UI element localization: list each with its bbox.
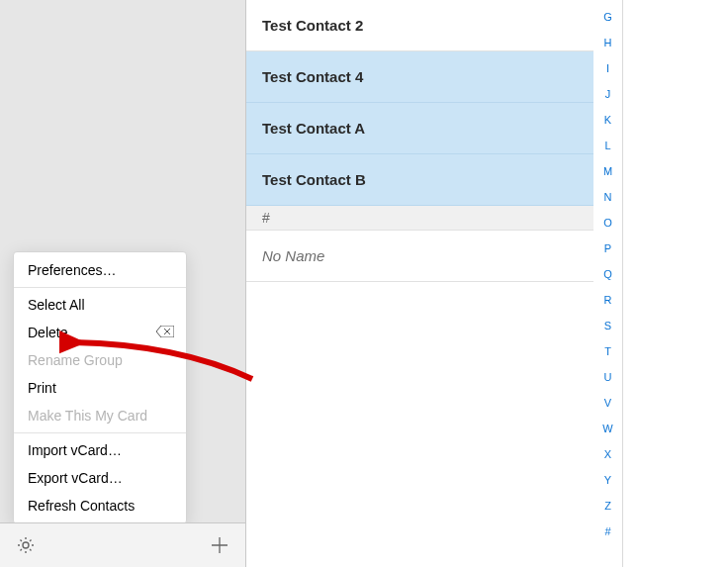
alpha-letter[interactable]: Z xyxy=(604,493,611,519)
alpha-letter[interactable]: # xyxy=(604,519,610,544)
alpha-letter[interactable]: N xyxy=(604,184,612,210)
alpha-letter[interactable]: H xyxy=(604,30,612,55)
menu-rename-group: Rename Group xyxy=(14,346,186,374)
plus-icon[interactable] xyxy=(208,533,231,557)
menu-preferences[interactable]: Preferences… xyxy=(14,256,186,284)
details-panel xyxy=(623,0,728,567)
contact-list-column: Test Contact 2 Test Contact 4 Test Conta… xyxy=(246,0,623,567)
gear-context-menu: Preferences… Select All Delete Rename Gr… xyxy=(13,251,187,524)
alpha-letter[interactable]: P xyxy=(604,236,611,261)
alpha-letter[interactable]: R xyxy=(604,287,612,313)
contact-row[interactable]: Test Contact A xyxy=(246,103,593,154)
menu-delete[interactable]: Delete xyxy=(14,319,186,346)
alpha-letter[interactable]: J xyxy=(605,81,611,107)
menu-export-vcard[interactable]: Export vCard… xyxy=(14,464,186,492)
menu-delete-label: Delete xyxy=(28,325,67,340)
menu-import-vcard[interactable]: Import vCard… xyxy=(14,436,186,464)
alpha-letter[interactable]: U xyxy=(604,364,612,390)
alpha-letter[interactable]: T xyxy=(604,338,611,364)
alpha-letter[interactable]: Q xyxy=(603,261,612,287)
section-header-hash: # xyxy=(246,206,593,231)
menu-refresh-contacts[interactable]: Refresh Contacts xyxy=(14,492,186,520)
gear-icon[interactable] xyxy=(14,533,38,557)
alpha-letter[interactable]: M xyxy=(603,158,612,184)
alpha-letter[interactable]: O xyxy=(603,210,612,236)
contact-row[interactable]: Test Contact B xyxy=(246,154,593,206)
contact-row-no-name[interactable]: No Name xyxy=(246,231,593,282)
menu-make-my-card: Make This My Card xyxy=(14,402,186,429)
sidebar-toolbar xyxy=(0,522,245,567)
backspace-icon xyxy=(156,325,174,340)
alpha-letter[interactable]: X xyxy=(604,441,611,467)
app-root: Preferences… Select All Delete Rename Gr… xyxy=(0,0,728,567)
alpha-letter[interactable]: I xyxy=(606,55,609,81)
contact-row[interactable]: Test Contact 2 xyxy=(246,0,593,51)
alpha-letter[interactable]: W xyxy=(602,416,612,441)
menu-separator xyxy=(14,287,186,288)
alpha-letter[interactable]: K xyxy=(604,107,611,133)
alpha-letter[interactable]: S xyxy=(604,313,611,338)
alpha-letter[interactable]: G xyxy=(603,4,612,30)
alpha-letter[interactable]: Y xyxy=(604,467,611,493)
sidebar: Preferences… Select All Delete Rename Gr… xyxy=(0,0,246,567)
alpha-index: G H I J K L M N O P Q R S T U V W X Y Z … xyxy=(593,0,622,544)
alpha-letter[interactable]: L xyxy=(604,133,610,158)
alpha-letter[interactable]: V xyxy=(604,390,611,416)
menu-print[interactable]: Print xyxy=(14,374,186,402)
contact-rows: Test Contact 2 Test Contact 4 Test Conta… xyxy=(246,0,593,282)
menu-separator xyxy=(14,432,186,433)
svg-point-0 xyxy=(23,542,29,548)
contact-row[interactable]: Test Contact 4 xyxy=(246,51,593,103)
menu-select-all[interactable]: Select All xyxy=(14,291,186,319)
